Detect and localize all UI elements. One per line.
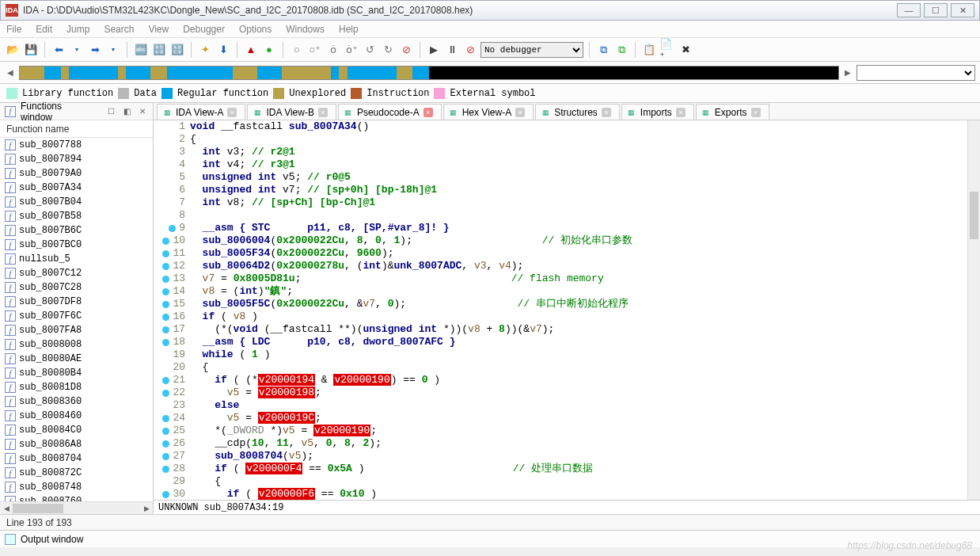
function-row[interactable]: fsub_80079A0 — [0, 166, 153, 181]
function-row[interactable]: fsub_80080AE — [0, 352, 153, 366]
menu-edit[interactable]: Edit — [36, 24, 52, 35]
menu-view[interactable]: View — [148, 24, 169, 35]
breakpoint-dot-icon[interactable] — [169, 225, 176, 232]
code-line[interactable]: sub_8005F5C(0x2000022Cu, &v7, 0); // 串口中… — [190, 298, 980, 310]
code-line[interactable] — [190, 209, 980, 222]
breakpoint-dot-icon[interactable] — [162, 339, 169, 346]
breakpoint-dot-icon[interactable] — [162, 491, 169, 498]
panel-menu-icon[interactable]: ◧ — [121, 106, 132, 117]
back-drop-icon[interactable]: ▾ — [69, 42, 85, 58]
code-line[interactable]: { — [190, 361, 980, 374]
function-row[interactable]: fsub_8007B6C — [0, 223, 153, 238]
code-line[interactable]: void __fastcall sub_8007A34() — [190, 120, 980, 133]
tool-icon[interactable]: ○ — [289, 42, 305, 58]
function-row[interactable]: fsub_80081D8 — [0, 380, 153, 394]
breakpoint-dot-icon[interactable] — [162, 263, 169, 270]
function-row[interactable]: fsub_8007C28 — [0, 280, 153, 295]
h-scrollbar[interactable]: ◀▶ — [0, 501, 153, 514]
menu-jump[interactable]: Jump — [66, 24, 89, 35]
breakpoint-dot-icon[interactable] — [162, 428, 169, 435]
tool-icon[interactable]: ȯ — [325, 42, 341, 58]
breakpoint-icon[interactable]: ▲ — [243, 42, 259, 58]
maximize-button[interactable]: ☐ — [924, 3, 948, 17]
code-line[interactable]: v5 = v2000019C; — [190, 412, 980, 425]
breakpoint-dot-icon[interactable] — [162, 326, 169, 333]
down-arrow-icon[interactable]: ⬇ — [215, 42, 231, 58]
code-line[interactable]: unsigned int v7; // [sp+0h] [bp-18h]@1 — [190, 184, 980, 196]
tool-icon[interactable]: ✖ — [678, 42, 693, 58]
function-row[interactable]: fsub_8007B04 — [0, 195, 153, 209]
play-icon[interactable]: ▶ — [426, 42, 442, 58]
open-icon[interactable]: 📂 — [5, 42, 21, 58]
panel-undock-icon[interactable]: ☐ — [105, 106, 116, 117]
code-line[interactable]: (*(void (__fastcall **)(unsigned int *))… — [190, 323, 980, 336]
debugger-select[interactable]: No debugger — [481, 42, 583, 58]
function-row[interactable]: fsub_8008360 — [0, 394, 153, 409]
function-row[interactable]: fsub_800872C — [0, 466, 153, 480]
function-row[interactable]: fsub_8007FA8 — [0, 323, 153, 337]
nav-drop[interactable] — [857, 65, 975, 81]
function-row[interactable]: fsub_8007894 — [0, 152, 153, 166]
function-row[interactable]: fsub_8008008 — [0, 337, 153, 352]
code-line[interactable]: sub_80064D2(0x20000278u, (int)&unk_8007A… — [190, 260, 980, 272]
functions-list[interactable]: fsub_8007788fsub_8007894fsub_80079A0fsub… — [0, 138, 153, 501]
pause-icon[interactable]: ⏸ — [444, 42, 460, 58]
tab-close-icon[interactable]: × — [318, 108, 328, 117]
function-row[interactable]: fsub_8008748 — [0, 480, 153, 494]
menu-file[interactable]: File — [6, 24, 21, 35]
tab-close-icon[interactable]: × — [602, 108, 611, 117]
tab[interactable]: ▦IDA View-B× — [247, 104, 336, 120]
stop2-icon[interactable]: ⊘ — [462, 42, 478, 58]
menu-help[interactable]: Help — [339, 24, 359, 35]
tool-icon[interactable]: 📋 — [641, 42, 657, 58]
back-icon[interactable]: ⬅ — [51, 42, 66, 58]
nav-left-icon[interactable]: ◀ — [5, 68, 16, 77]
breakpoint-dot-icon[interactable] — [162, 377, 169, 384]
breakpoint-dot-icon[interactable] — [162, 390, 169, 397]
tool-icon[interactable]: ↺ — [362, 42, 378, 58]
column-header[interactable]: Function name — [0, 120, 153, 138]
code-line[interactable]: if ( (*v20000194 & v20000190) == 0 ) — [190, 374, 980, 387]
code-line[interactable]: __cdp(10, 11, v5, 0, 8, 2); — [190, 437, 980, 450]
code-view[interactable]: 1234567891011121314151617181920212223242… — [154, 120, 980, 500]
function-row[interactable]: fsub_8008704 — [0, 451, 153, 466]
code-line[interactable]: sub_8005F34(0x2000022Cu, 9600); — [190, 247, 980, 260]
nav-strip[interactable] — [19, 66, 839, 80]
tool-icon[interactable]: ȯ⁺ — [344, 42, 359, 58]
function-row[interactable]: fsub_8007BC0 — [0, 238, 153, 252]
tab-close-icon[interactable]: × — [751, 108, 761, 117]
save-icon[interactable]: 💾 — [23, 42, 39, 58]
tool-icon[interactable]: 🔡 — [151, 42, 167, 58]
function-row[interactable]: fsub_80080B4 — [0, 366, 153, 380]
tool-icon[interactable]: ↻ — [380, 42, 396, 58]
function-row[interactable]: fsub_8007A34 — [0, 181, 153, 195]
tab[interactable]: ▦Structures× — [535, 104, 620, 120]
code-line[interactable]: __asm { STC p11, c8, [SP,#var_8]! } — [190, 222, 980, 234]
tool-icon[interactable]: 📄⁺ — [659, 42, 675, 58]
tool-icon[interactable]: ✦ — [197, 42, 213, 58]
code-line[interactable]: v8 = (int)"鎮"; — [190, 285, 980, 298]
function-row[interactable]: fsub_8008760 — [0, 494, 153, 501]
output-bar[interactable]: Output window — [0, 530, 980, 547]
code-line[interactable]: { — [190, 133, 980, 146]
function-row[interactable]: fsub_80086A8 — [0, 437, 153, 451]
breakpoint-dot-icon[interactable] — [162, 314, 169, 321]
run-icon[interactable]: ● — [261, 42, 277, 58]
forward-drop-icon[interactable]: ▾ — [105, 42, 121, 58]
breakpoint-dot-icon[interactable] — [162, 238, 169, 245]
tab-close-icon[interactable]: × — [676, 108, 686, 117]
tab[interactable]: ▦Imports× — [621, 104, 694, 120]
code-line[interactable]: *(_DWORD *)v5 = v20000190; — [190, 425, 980, 437]
nav-right-icon[interactable]: ▶ — [842, 68, 853, 77]
tool-icon[interactable]: 🔤 — [133, 42, 149, 58]
code-line[interactable]: { — [190, 475, 980, 488]
code-line[interactable]: __asm { LDC p10, c8, dword_8007AFC } — [190, 336, 980, 348]
code-line[interactable]: if ( v200000F6 == 0x10 ) — [190, 488, 980, 500]
breakpoint-dot-icon[interactable] — [162, 288, 169, 295]
tab[interactable]: ▦IDA View-A× — [157, 104, 245, 120]
menu-options[interactable]: Options — [239, 24, 272, 35]
tool-icon[interactable]: ⧉ — [595, 42, 611, 58]
menu-debugger[interactable]: Debugger — [183, 24, 225, 35]
code-line[interactable]: unsigned int v5; // r0@5 — [190, 171, 980, 184]
tab-close-icon[interactable]: × — [515, 108, 525, 117]
